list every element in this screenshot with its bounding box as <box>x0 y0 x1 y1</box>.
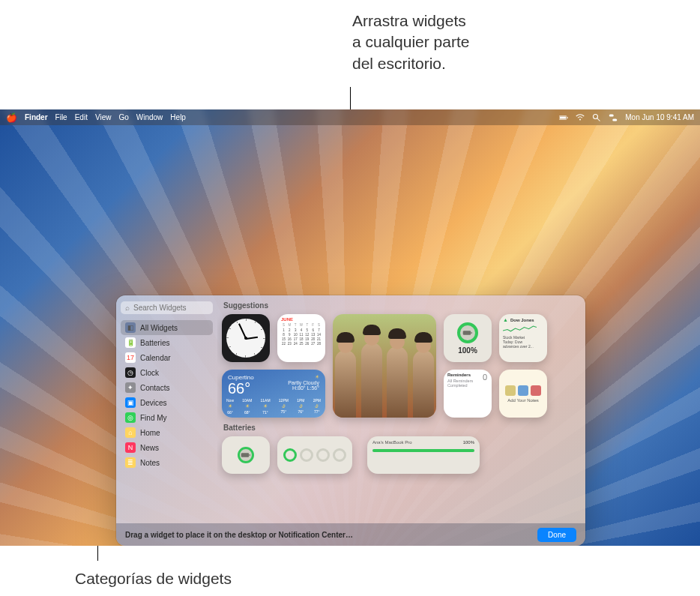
battery-ring-icon <box>457 322 478 343</box>
svg-point-3 <box>579 119 581 121</box>
svg-rect-7 <box>613 118 618 121</box>
menubar-item-go[interactable]: Go <box>118 113 128 121</box>
stocks-l3: advances over 2... <box>503 344 543 349</box>
notes-widget[interactable]: Add Your Notes <box>499 370 547 418</box>
sidebar-item-find-my[interactable]: ◎Find My <box>121 410 213 425</box>
battery-bar <box>372 449 474 452</box>
svg-rect-1 <box>560 116 566 118</box>
svg-rect-8 <box>463 331 471 335</box>
svg-rect-11 <box>250 454 250 456</box>
sidebar-item-batteries[interactable]: 🔋Batteries <box>121 335 213 350</box>
notes-thumbs <box>505 385 541 396</box>
battery-widget-wide[interactable]: Ana's MacBook Pro 100% <box>367 436 480 474</box>
menubar-app[interactable]: Finder <box>25 113 48 121</box>
sidebar-item-all-widgets[interactable]: ◧All Widgets <box>121 320 213 335</box>
photos-widget[interactable] <box>333 314 436 418</box>
spotlight-icon[interactable] <box>592 113 601 122</box>
callout-bottom: Categorías de widgets <box>75 568 232 589</box>
weather-widget[interactable]: Cupertino 66° ☀︎ Partly Cloudy H:80° L:5… <box>222 370 325 418</box>
done-button[interactable]: Done <box>537 528 576 542</box>
category-label: Batteries <box>140 339 169 347</box>
battery-pct: 100% <box>458 346 477 355</box>
svg-rect-9 <box>471 331 472 333</box>
wifi-icon[interactable] <box>576 113 585 122</box>
widget-gallery-content: Suggestions June SMTWTFS 123 <box>217 295 585 523</box>
battery-ring-empty-icon <box>300 448 313 462</box>
menubar-item-help[interactable]: Help <box>170 113 186 121</box>
battery-ring-empty-icon <box>316 448 330 462</box>
section-batteries-title: Batteries <box>223 424 578 432</box>
svg-rect-6 <box>609 114 614 116</box>
battery-ring-icon <box>238 447 254 463</box>
sidebar-item-notes[interactable]: ≣Notes <box>121 455 213 470</box>
svg-line-5 <box>597 118 600 121</box>
svg-point-4 <box>594 114 598 118</box>
sidebar-item-home[interactable]: ⌂Home <box>121 425 213 440</box>
sidebar-item-clock[interactable]: ◷Clock <box>121 365 213 380</box>
category-label: Contacts <box>140 384 169 392</box>
calendar-month: June <box>281 317 322 322</box>
menubar-datetime[interactable]: Mon Jun 10 9:41 AM <box>625 113 694 121</box>
calendar-widget[interactable]: June SMTWTFS 123456789101112131415161718… <box>277 314 325 362</box>
sidebar-item-devices[interactable]: ▣Devices <box>121 395 213 410</box>
svg-rect-10 <box>241 453 250 457</box>
battery-widget-small[interactable]: 100% <box>444 314 492 362</box>
clock-widget[interactable] <box>222 314 270 362</box>
desktop: 🍎 Finder File Edit View Go Window Help M… <box>0 109 700 546</box>
control-center-icon[interactable] <box>609 113 618 122</box>
category-icon: ▣ <box>125 397 136 408</box>
category-icon: ◎ <box>125 412 136 423</box>
category-label: Clock <box>140 369 159 377</box>
menubar-item-edit[interactable]: Edit <box>75 113 88 121</box>
battery-widget-single[interactable] <box>222 436 270 474</box>
battery-ring-empty-icon <box>333 448 346 462</box>
section-suggestions-title: Suggestions <box>223 301 578 310</box>
notes-label: Add Your Notes <box>507 398 539 403</box>
weather-cond: Partly Cloudy <box>288 380 319 385</box>
category-icon: ⌂ <box>125 427 136 438</box>
category-label: Find My <box>140 414 167 422</box>
stocks-widget[interactable]: ▲Dow Jones Stock Market Today: Dow advan… <box>499 314 547 362</box>
weather-range: H:80° L:56° <box>288 385 319 391</box>
battery-device-name: Ana's MacBook Pro <box>372 440 412 445</box>
battery-status-icon[interactable] <box>559 113 568 122</box>
category-icon: ◧ <box>125 322 136 333</box>
battery-widget-multi[interactable] <box>277 436 352 474</box>
stocks-up-icon: ▲ <box>503 317 508 322</box>
stocks-sym: Dow Jones <box>510 318 534 322</box>
category-icon: 🔋 <box>125 337 136 348</box>
footer-hint: Drag a widget to place it on the desktop… <box>125 531 353 539</box>
gallery-footer: Drag a widget to place it on the desktop… <box>116 523 585 546</box>
stocks-sparkline <box>503 324 537 333</box>
category-label: Notes <box>140 459 160 467</box>
category-label: All Widgets <box>140 324 178 332</box>
battery-ring-icon <box>283 448 297 462</box>
search-icon: ⌕ <box>125 304 130 312</box>
category-icon: N <box>125 442 136 453</box>
callout-top: Arrastra widgets a cualquier parte del e… <box>352 10 469 74</box>
category-icon: ≣ <box>125 457 136 468</box>
sidebar-item-news[interactable]: NNews <box>121 440 213 455</box>
category-label: News <box>140 444 159 452</box>
reminders-widget[interactable]: Reminders 0 All Reminders Completed <box>444 370 492 418</box>
category-label: Calendar <box>140 354 171 362</box>
category-icon: ◷ <box>125 367 136 378</box>
battery-wide-pct: 100% <box>463 440 474 445</box>
widget-category-sidebar: ⌕ ◧All Widgets🔋Batteries17Calendar◷Clock… <box>116 295 217 523</box>
svg-rect-2 <box>567 117 568 118</box>
category-icon: 17 <box>125 352 136 363</box>
menubar-item-file[interactable]: File <box>55 113 67 121</box>
search-field[interactable]: ⌕ <box>121 301 213 314</box>
widget-gallery-window: ⌕ ◧All Widgets🔋Batteries17Calendar◷Clock… <box>116 295 585 546</box>
reminders-count: 0 <box>483 373 487 382</box>
category-label: Devices <box>140 399 167 407</box>
weather-cond-icon: ☀︎ <box>288 374 319 380</box>
sidebar-item-calendar[interactable]: 17Calendar <box>121 350 213 365</box>
menubar: 🍎 Finder File Edit View Go Window Help M… <box>0 109 700 125</box>
menubar-item-window[interactable]: Window <box>136 113 163 121</box>
menubar-item-view[interactable]: View <box>95 113 112 121</box>
category-label: Home <box>140 429 160 437</box>
search-input[interactable] <box>133 304 217 312</box>
apple-menu-icon[interactable]: 🍎 <box>6 112 17 123</box>
sidebar-item-contacts[interactable]: ✦Contacts <box>121 380 213 395</box>
